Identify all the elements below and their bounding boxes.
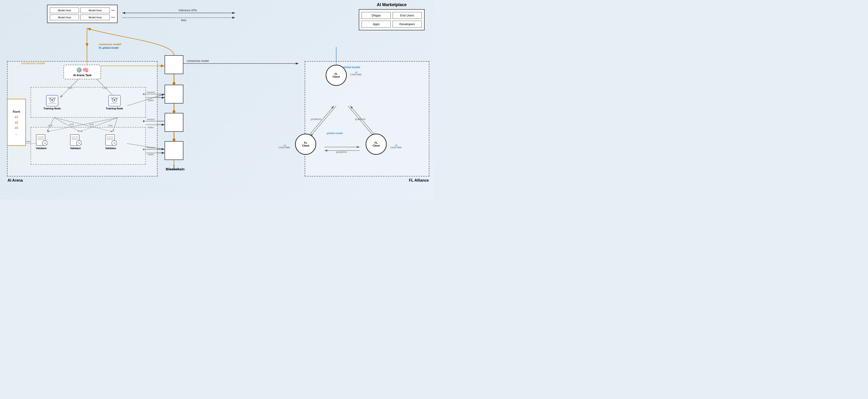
diagram-container: Inference APIs fees consensus model cons… xyxy=(0,0,434,200)
model-host-2: Model Host xyxy=(81,7,110,13)
arena-task-label: AI Arena Task xyxy=(67,74,98,77)
rank-box: Rank #1 #2 #3 ... xyxy=(7,99,26,146)
model-host-4: Model Host xyxy=(81,15,110,20)
rank-dots: ... xyxy=(15,132,18,135)
svg-text:🔍: 🔍 xyxy=(78,142,81,145)
arena-task-icon: ⚙️🧠 xyxy=(67,67,98,73)
validator-left-label: Validator xyxy=(36,147,47,150)
validator-right-label: Validator xyxy=(105,147,116,150)
chain-dot-3 xyxy=(173,138,176,141)
blockchain-label: Blockchain xyxy=(166,167,185,171)
arena-task-bubble: ⚙️🧠 AI Arena Task xyxy=(63,65,101,79)
ai-marketplace-section: AI Marketplace DApps End Users Apps Deve… xyxy=(359,2,425,30)
svg-point-77 xyxy=(114,99,116,101)
svg-text:Inference APIs: Inference APIs xyxy=(179,9,197,12)
local-data-bl-label: Local Data xyxy=(279,146,290,149)
fl-client-top-label: FLClient xyxy=(333,73,340,78)
fl-client-top: FLClient xyxy=(326,65,347,86)
rank-1: #1 xyxy=(15,115,18,119)
svg-text:consensus model/: consensus model/ xyxy=(99,43,122,46)
model-host-3: Model Host xyxy=(50,15,79,20)
local-data-br: 📊 Local Data xyxy=(390,143,402,149)
validator-center-icon: 🔍 xyxy=(69,134,82,147)
validator-left-icon: 🔍 xyxy=(35,134,48,147)
validator-left: 🔍 Validator xyxy=(35,134,48,150)
rank-title: Rank xyxy=(13,110,20,113)
chain-dot-2 xyxy=(173,110,176,113)
marketplace-grid: DApps End Users Apps Developers xyxy=(359,9,425,30)
validator-right-icon: 🔍 xyxy=(104,134,117,147)
svg-text:FL global model: FL global model xyxy=(99,46,119,49)
validator-center-label: Validator xyxy=(70,147,81,150)
local-data-br-label: Local Data xyxy=(390,146,402,149)
blockchain-box-2 xyxy=(164,113,183,132)
chain-dot-1 xyxy=(173,82,176,85)
model-host-cluster: Model Host Model Host ··· Model Host Mod… xyxy=(47,5,118,23)
fl-alliance-section: FL Alliance xyxy=(305,61,429,176)
fl-client-br-label: FLClient xyxy=(373,141,380,147)
training-node-right: Training Node xyxy=(106,94,123,110)
model-host-1: Model Host xyxy=(50,7,79,13)
local-data-bl: 📊 Local Data xyxy=(279,143,290,149)
aggregator-box xyxy=(164,55,183,74)
fl-client-bl-label: FLClient xyxy=(302,141,309,147)
marketplace-item-apps: Apps xyxy=(362,21,391,28)
rank-3: #3 xyxy=(15,126,18,130)
svg-text:consensus model: consensus model xyxy=(187,59,209,63)
training-node-right-icon xyxy=(107,94,122,107)
training-node-left-label: Training Node xyxy=(43,107,61,110)
local-data-top: 📊 Local Data xyxy=(350,70,362,76)
validator-section xyxy=(31,127,146,165)
marketplace-item-dapps: DApps xyxy=(362,12,391,19)
local-data-top-label: Local Data xyxy=(350,73,362,76)
rank-2: #2 xyxy=(15,121,18,124)
svg-text:fees: fees xyxy=(181,19,186,22)
svg-text:🔍: 🔍 xyxy=(44,142,47,145)
marketplace-item-endusers: End Users xyxy=(393,12,422,19)
marketplace-item-developers: Developers xyxy=(393,21,422,28)
validator-right: 🔍 Validator xyxy=(104,134,117,150)
model-host-dots-1: ··· xyxy=(111,8,115,13)
fl-client-bottom-left: FLClient xyxy=(295,134,316,155)
model-host-dots-2: ··· xyxy=(111,15,115,20)
training-node-right-label: Training Node xyxy=(106,107,123,110)
svg-text:🔍: 🔍 xyxy=(113,142,116,145)
validator-center: 🔍 Validator xyxy=(69,134,82,150)
ai-marketplace-title: AI Marketplace xyxy=(359,2,425,7)
blockchain-box-1 xyxy=(164,85,183,104)
fl-alliance-label: FL Alliance xyxy=(409,178,429,182)
svg-point-69 xyxy=(51,99,53,101)
ai-arena-label: AI Arena xyxy=(7,178,23,182)
blockchain-box-3 xyxy=(164,141,183,160)
fl-client-bottom-right: FLClient xyxy=(366,134,387,155)
training-node-left: Training Node xyxy=(43,94,61,110)
training-node-left-icon xyxy=(45,94,59,107)
